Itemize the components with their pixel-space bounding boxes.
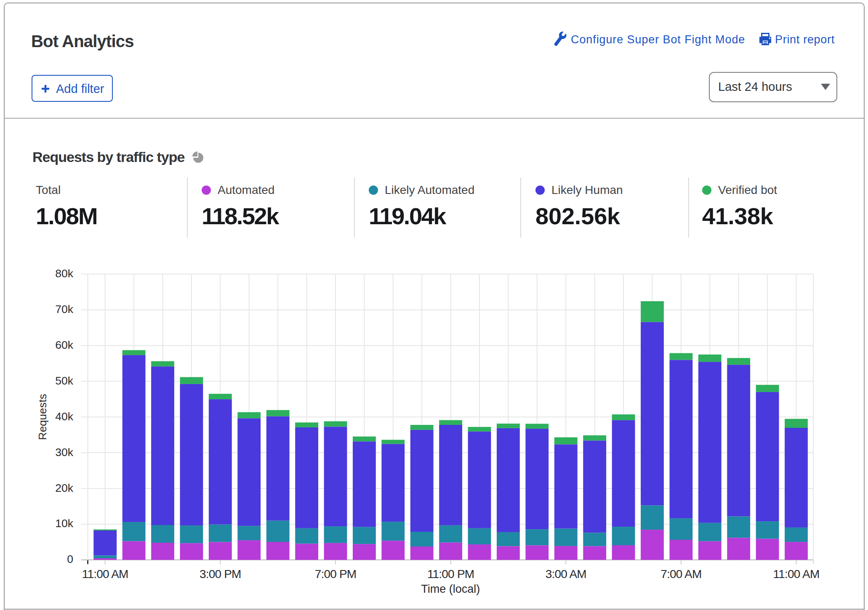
svg-text:11:00 PM: 11:00 PM — [427, 568, 474, 581]
svg-text:60k: 60k — [55, 339, 73, 351]
svg-text:Requests: Requests — [36, 394, 49, 440]
svg-text:3:00 PM: 3:00 PM — [200, 568, 241, 581]
svg-text:30k: 30k — [55, 446, 73, 459]
svg-text:0: 0 — [67, 553, 73, 565]
svg-text:11:00 AM: 11:00 AM — [773, 568, 820, 581]
svg-text:50k: 50k — [55, 374, 73, 387]
svg-text:10k: 10k — [55, 517, 73, 530]
svg-text:7:00 PM: 7:00 PM — [315, 568, 357, 581]
svg-text:7:00 AM: 7:00 AM — [660, 568, 701, 581]
svg-text:70k: 70k — [55, 303, 73, 316]
svg-text:40k: 40k — [55, 410, 73, 423]
svg-text:20k: 20k — [55, 482, 73, 494]
svg-text:Time (local): Time (local) — [421, 583, 480, 595]
svg-text:80k: 80k — [55, 267, 73, 280]
svg-text:11:00 AM: 11:00 AM — [82, 568, 128, 581]
svg-text:3:00 AM: 3:00 AM — [546, 568, 586, 581]
